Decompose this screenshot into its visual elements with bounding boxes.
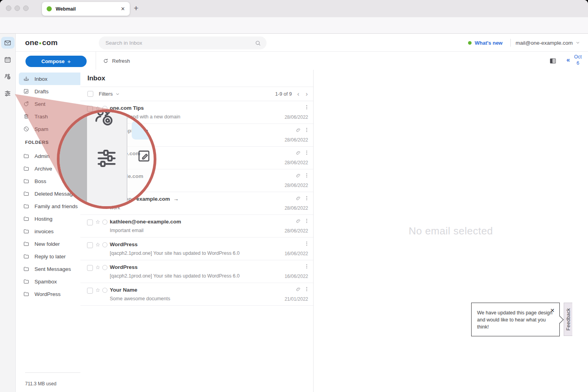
search-input[interactable]	[105, 40, 255, 46]
chevron-down-icon[interactable]	[115, 92, 120, 96]
unread-indicator[interactable]	[102, 220, 107, 225]
email-subject: Important email	[110, 228, 143, 233]
calendar-date-widget[interactable]: Oct6	[574, 54, 582, 66]
webmail-app: onecom What's new mail@one-example.com C…	[0, 34, 588, 392]
email-date: 21/01/2022	[285, 296, 308, 302]
kebab-menu-icon[interactable]	[304, 195, 310, 201]
app-rail	[0, 34, 16, 392]
tab-title: Webmail	[56, 6, 121, 12]
row-checkbox[interactable]	[87, 265, 93, 271]
select-all-checkbox[interactable]	[87, 91, 93, 97]
email-row[interactable]: Your NameSome awesome documents21/01/202…	[80, 283, 313, 306]
close-icon[interactable]: ✕	[550, 307, 555, 314]
email-row[interactable]: kathleen@one-example.comImportant email2…	[80, 215, 313, 238]
email-subject: [qacph2.1prod.one] Your site has updated…	[110, 273, 240, 279]
browser-tab[interactable]: Webmail ✕	[42, 2, 130, 16]
unread-indicator[interactable]	[102, 288, 107, 293]
compose-button[interactable]: Compose+	[25, 56, 87, 67]
pagination-range: 1-9 of 9	[275, 91, 292, 97]
empty-state-text: No email selected	[408, 225, 493, 237]
folder-icon	[23, 203, 29, 209]
account-email: mail@one-example.com	[515, 40, 573, 46]
folder-icon	[23, 228, 29, 234]
folder-icon	[23, 153, 29, 159]
account-menu[interactable]: mail@one-example.com	[515, 34, 580, 52]
attachment-icon	[296, 127, 301, 133]
refresh-button[interactable]: Refresh	[103, 52, 130, 70]
sidebar-item-label: Drafts	[34, 89, 49, 94]
email-date: 28/06/2022	[285, 114, 308, 120]
spam-icon	[23, 126, 29, 132]
whats-new-link[interactable]: What's new	[468, 34, 503, 52]
settings-sliders-icon[interactable]	[1, 87, 15, 99]
kebab-menu-icon[interactable]	[304, 286, 310, 292]
search-icon[interactable]	[255, 40, 261, 46]
sidebar-item-label: Spam	[34, 126, 48, 132]
folder-icon	[23, 253, 29, 260]
star-icon[interactable]	[95, 219, 101, 225]
header-divider	[510, 39, 511, 47]
tab-close-icon[interactable]: ✕	[121, 6, 125, 12]
mail-icon[interactable]	[1, 37, 15, 49]
feedback-tab[interactable]: Feedback	[564, 303, 572, 336]
kebab-menu-icon[interactable]	[304, 104, 310, 110]
filters-button[interactable]: Filters	[99, 91, 113, 97]
whats-new-dot	[468, 41, 472, 45]
email-row[interactable]: WordPress[qacph2.1prod.one] Your site ha…	[80, 260, 313, 283]
folder-label: Sent Messages	[34, 266, 71, 272]
folder-label: Boss	[34, 178, 46, 184]
trash-icon	[23, 113, 29, 120]
new-tab-button[interactable]: +	[134, 4, 138, 13]
star-icon[interactable]	[95, 265, 101, 270]
folder-label: Archive	[34, 166, 52, 172]
next-page-icon[interactable]: ›	[306, 91, 308, 98]
window-controls[interactable]	[6, 5, 29, 11]
kebab-menu-icon[interactable]	[304, 127, 310, 133]
search-bar[interactable]	[99, 36, 267, 49]
kebab-menu-icon[interactable]	[304, 241, 310, 247]
drafts-icon	[23, 88, 29, 94]
minimize-window-button[interactable]	[15, 5, 20, 11]
reading-pane: No email selected	[314, 70, 588, 392]
kebab-menu-icon[interactable]	[304, 263, 310, 269]
collapse-panel-icon[interactable]: «	[566, 56, 570, 64]
email-subject: [qacph2.1prod.one] Your site has updated…	[110, 250, 240, 256]
browser-toolbar: ← → https://mail.one.com/mail@one-exampl…	[0, 17, 588, 34]
browser-tab-strip: Webmail ✕ +	[0, 0, 588, 17]
folder-icon	[23, 165, 29, 172]
attachment-icon	[296, 173, 301, 178]
storage-usage: 711.3 MB used	[25, 381, 56, 387]
sidebar-item-label: Sent	[34, 101, 45, 107]
inbox-icon	[23, 76, 29, 82]
folders-heading: FOLDERS	[25, 140, 49, 145]
row-checkbox[interactable]	[87, 242, 93, 248]
star-icon[interactable]	[95, 287, 101, 293]
email-subject: Some awesome documents	[110, 296, 170, 301]
close-window-button[interactable]	[6, 5, 11, 11]
unread-indicator[interactable]	[102, 242, 107, 247]
row-checkbox[interactable]	[87, 220, 93, 225]
kebab-menu-icon[interactable]	[304, 218, 310, 224]
email-sender: WordPress	[110, 241, 138, 247]
one-com-logo: onecom	[25, 38, 58, 47]
tab-favicon	[47, 6, 52, 11]
maximize-window-button[interactable]	[23, 5, 29, 11]
kebab-menu-icon[interactable]	[304, 172, 310, 178]
row-checkbox[interactable]	[87, 288, 93, 294]
unread-indicator[interactable]	[102, 265, 107, 270]
calendar-icon[interactable]	[1, 54, 15, 65]
contacts-icon[interactable]	[1, 71, 15, 82]
star-icon[interactable]	[95, 242, 101, 248]
email-row[interactable]: WordPress[qacph2.1prod.one] Your site ha…	[80, 238, 313, 260]
reading-pane-layout-icon[interactable]	[549, 57, 557, 65]
folder-label: Reply to later	[34, 254, 66, 260]
folder-label: Family and friends	[34, 203, 78, 209]
email-date: 16/06/2022	[285, 274, 308, 279]
folder-icon	[23, 291, 29, 297]
list-filter-row: Filters 1-9 of 9 ‹›	[80, 87, 313, 101]
chevron-down-icon	[575, 40, 580, 45]
kebab-menu-icon[interactable]	[304, 150, 310, 156]
folder-icon	[23, 241, 29, 247]
row-checkbox[interactable]	[87, 106, 93, 112]
prev-page-icon[interactable]: ‹	[297, 91, 299, 98]
